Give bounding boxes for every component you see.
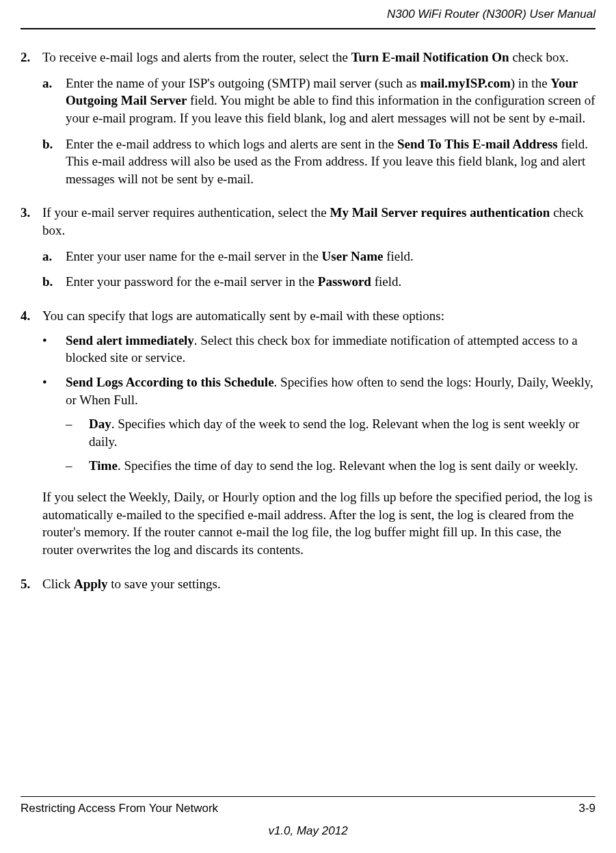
bullet-mark: •	[42, 373, 66, 482]
dash-body: Day. Specifies which day of the week to …	[89, 415, 595, 450]
bullet-send-logs: • Send Logs According to this Schedule. …	[42, 373, 595, 482]
bold-text: User Name	[322, 249, 384, 263]
substep-body: Enter your password for the e-mail serve…	[66, 273, 595, 291]
text: Enter your password for the e-mail serve…	[66, 274, 318, 289]
bold-text: Time	[89, 458, 118, 473]
step-number: 3.	[21, 204, 42, 298]
manual-page: N300 WiFi Router (N300R) User Manual 2. …	[0, 0, 616, 853]
step-4: 4. You can specify that logs are automat…	[21, 307, 595, 566]
page-header: N300 WiFi Router (N300R) User Manual	[21, 0, 595, 29]
text: If you select the Weekly, Daily, or Hour…	[42, 490, 593, 557]
dash-day: – Day. Specifies which day of the week t…	[66, 415, 595, 450]
substep-3a: a. Enter your user name for the e-mail s…	[42, 248, 595, 265]
dash-time: – Time. Specifies the time of day to sen…	[66, 457, 595, 475]
bold-text: Turn E-mail Notification On	[351, 50, 509, 64]
step-number: 5.	[21, 575, 42, 593]
text: You can specify that logs are automatica…	[42, 309, 444, 323]
bullet-mark: •	[42, 332, 66, 367]
page-content: 2. To receive e-mail logs and alerts fro…	[21, 29, 595, 592]
bullet-body: Send Logs According to this Schedule. Sp…	[66, 373, 595, 482]
footer-page-number: 3-9	[578, 801, 595, 817]
step-body: You can specify that logs are automatica…	[42, 307, 595, 566]
bold-text: My Mail Server requires authentication	[330, 205, 550, 220]
bold-text: Send To This E-mail Address	[397, 137, 558, 151]
text: Enter your user name for the e-mail serv…	[66, 249, 322, 263]
substep-body: Enter the e-mail address to which logs a…	[66, 135, 595, 188]
dash-body: Time. Specifies the time of day to send …	[89, 457, 595, 475]
text: Click	[42, 577, 74, 591]
text: Enter the name of your ISP's outgoing (S…	[66, 76, 420, 90]
step-5: 5. Click Apply to save your settings.	[21, 575, 595, 593]
text: to save your settings.	[108, 577, 221, 591]
text: If your e-mail server requires authentic…	[42, 205, 330, 220]
bullet-send-alert: • Send alert immediately. Select this ch…	[42, 332, 595, 367]
step-body: To receive e-mail logs and alerts from t…	[42, 49, 595, 194]
page-footer: Restricting Access From Your Network 3-9…	[21, 796, 595, 839]
bold-text: mail.myISP.com	[420, 76, 510, 90]
text: . Specifies the time of day to send the …	[118, 458, 578, 473]
text: . Specifies which day of the week to sen…	[89, 417, 580, 449]
substep-number: a.	[42, 248, 66, 265]
step-4-note: If you select the Weekly, Daily, or Hour…	[42, 488, 595, 559]
substep-body: Enter the name of your ISP's outgoing (S…	[66, 75, 595, 127]
substep-number: b.	[42, 135, 66, 188]
manual-title: N300 WiFi Router (N300R) User Manual	[387, 8, 595, 21]
substep-body: Enter your user name for the e-mail serv…	[66, 248, 595, 265]
bold-text: Day	[89, 417, 111, 431]
bold-text: Send alert immediately	[66, 333, 194, 347]
text: field.	[383, 249, 413, 263]
text: ) in the	[511, 76, 551, 90]
bold-text: Apply	[74, 577, 108, 591]
substep-3b: b. Enter your password for the e-mail se…	[42, 273, 595, 291]
step-2: 2. To receive e-mail logs and alerts fro…	[21, 49, 595, 194]
text: To receive e-mail logs and alerts from t…	[42, 50, 351, 64]
footer-section-title: Restricting Access From Your Network	[21, 801, 218, 817]
dash-mark: –	[66, 415, 89, 450]
text: check box.	[509, 50, 569, 64]
substep-number: a.	[42, 75, 66, 127]
step-number: 4.	[21, 307, 42, 566]
substep-2a: a. Enter the name of your ISP's outgoing…	[42, 75, 595, 127]
dash-mark: –	[66, 457, 89, 475]
bullet-body: Send alert immediately. Select this chec…	[66, 332, 595, 367]
bold-text: Send Logs According to this Schedule	[66, 375, 274, 389]
step-number: 2.	[21, 49, 42, 194]
substep-2b: b. Enter the e-mail address to which log…	[42, 135, 595, 188]
substep-number: b.	[42, 273, 66, 291]
text: field.	[371, 274, 401, 289]
step-body: If your e-mail server requires authentic…	[42, 204, 595, 298]
bold-text: Password	[318, 274, 371, 289]
step-3: 3. If your e-mail server requires authen…	[21, 204, 595, 298]
step-body: Click Apply to save your settings.	[42, 575, 595, 593]
footer-line: Restricting Access From Your Network 3-9	[21, 796, 595, 817]
footer-version: v1.0, May 2012	[21, 824, 595, 839]
text: Enter the e-mail address to which logs a…	[66, 137, 397, 151]
